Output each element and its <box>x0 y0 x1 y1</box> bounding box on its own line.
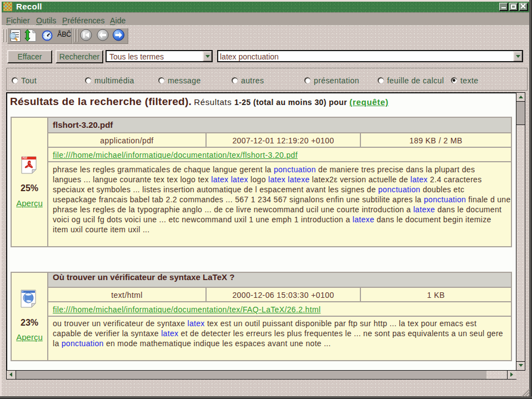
svg-text:PDF: PDF <box>23 157 28 159</box>
